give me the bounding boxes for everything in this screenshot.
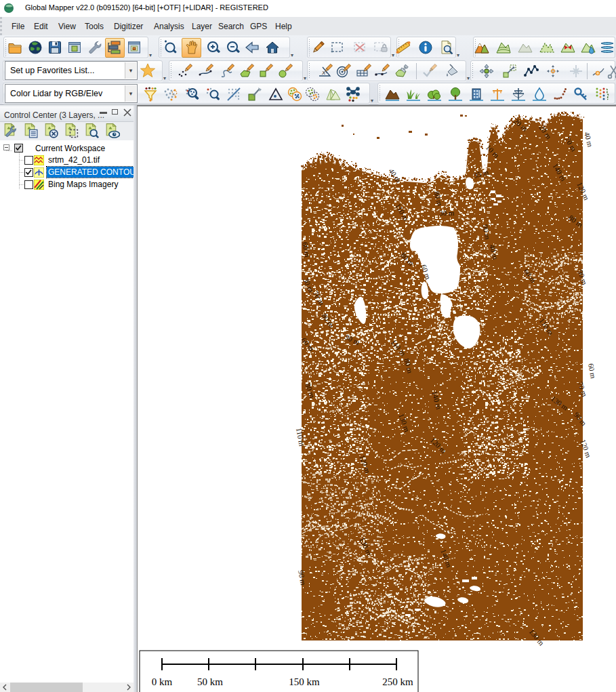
svg-text:0 km: 0 km — [152, 676, 173, 687]
svg-text:50 km: 50 km — [197, 676, 223, 687]
svg-text:30 m: 30 m — [439, 209, 455, 217]
svg-text:150 km: 150 km — [289, 676, 320, 687]
svg-text:250 km: 250 km — [382, 676, 413, 687]
